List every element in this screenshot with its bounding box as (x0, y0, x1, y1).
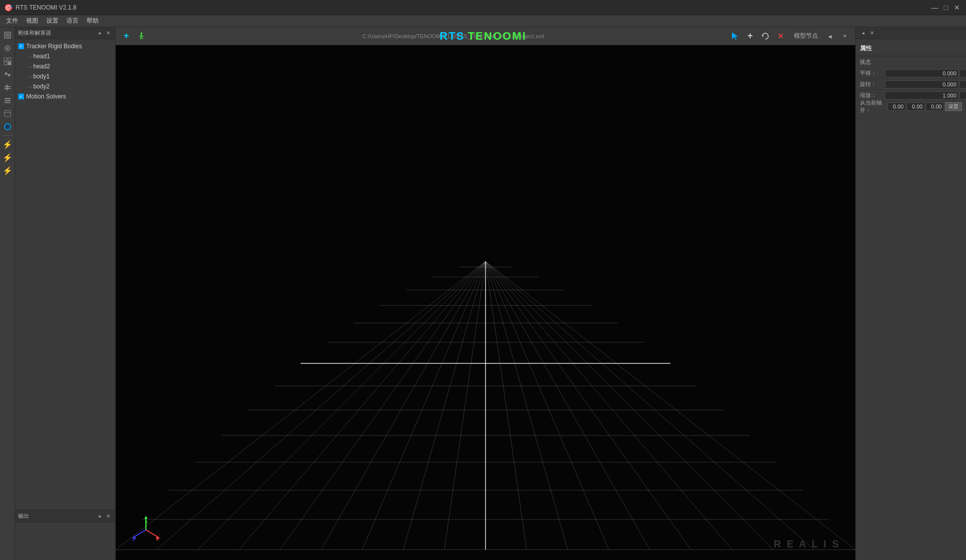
toolbar-icon-2[interactable] (2, 42, 14, 54)
translate-values (885, 69, 966, 77)
translate-x[interactable] (885, 69, 958, 77)
pose-button[interactable] (135, 30, 148, 43)
right-panel-expand[interactable]: ◂ (859, 29, 867, 37)
tree-item-motion-solvers[interactable]: ✓ Motion Solvers (15, 91, 115, 102)
toolbar-icon-anim[interactable]: ⚡ (2, 164, 14, 176)
add-object-button[interactable]: + (120, 30, 133, 43)
scale-y[interactable] (959, 91, 966, 100)
toolbar-icon-rig[interactable]: ⚡ (2, 151, 14, 163)
tree-panel-expand[interactable]: ◂ (95, 29, 103, 37)
rotate-button[interactable] (759, 30, 772, 43)
svg-rect-14 (5, 98, 11, 99)
axis-from-x[interactable] (888, 103, 906, 111)
toolbar-icon-5[interactable] (2, 81, 14, 94)
tree-checkbox-tracker[interactable]: ✓ (18, 43, 24, 49)
axis-from-y[interactable] (907, 103, 925, 111)
output-panel-close[interactable]: ✕ (104, 512, 112, 520)
menu-item-设置[interactable]: 设置 (42, 16, 62, 26)
title-bar-controls: — □ ✕ (930, 3, 962, 13)
cursor-tool-button[interactable] (729, 30, 742, 43)
close-right-button[interactable]: ✕ (838, 30, 851, 43)
cross-button[interactable]: ✕ (774, 30, 787, 43)
tree-item-head2[interactable]: head2 (15, 61, 115, 71)
right-panel-header: ◂ ✕ (856, 27, 966, 39)
tree-label-motion-solvers: Motion Solvers (26, 93, 66, 100)
svg-line-25 (141, 37, 143, 39)
tree-label-body1: body1 (33, 73, 50, 80)
axis-set-button[interactable]: 设置 (945, 102, 962, 111)
branch-line-body1 (27, 74, 33, 79)
svg-line-24 (140, 37, 142, 39)
close-button[interactable]: ✕ (952, 3, 962, 13)
axis-from-values (888, 103, 944, 111)
viewport-toolbar-left: + (120, 30, 148, 43)
scale-x[interactable] (885, 91, 958, 100)
title-bar-left: 🎯 RTS TENOOMI V2.1.8 (4, 4, 76, 12)
tree-label-tracker: Tracker Rigid Bodies (26, 43, 82, 50)
svg-rect-1 (6, 33, 10, 37)
tree-item-tracker-rigid-bodies[interactable]: ✓ Tracker Rigid Bodies (15, 41, 115, 51)
menu-item-视图[interactable]: 视图 (22, 16, 42, 26)
tree-label-head2: head2 (33, 63, 50, 70)
rotate-y[interactable] (959, 80, 966, 88)
svg-rect-17 (5, 111, 11, 117)
svg-point-19 (5, 124, 11, 130)
grid-canvas (116, 45, 855, 560)
tree-item-body1[interactable]: body1 (15, 71, 115, 81)
svg-marker-27 (762, 35, 764, 37)
toolbar-icon-4[interactable] (2, 68, 14, 80)
output-panel: 输出 ◂ ✕ (15, 510, 115, 560)
tree-panel-title: 刚体和解算器 (18, 29, 51, 37)
minimize-button[interactable]: — (930, 3, 940, 13)
maximize-button[interactable]: □ (941, 3, 951, 13)
tree-panel-close[interactable]: ✕ (104, 29, 112, 37)
svg-rect-6 (4, 62, 7, 65)
svg-rect-4 (4, 58, 7, 61)
svg-rect-9 (5, 72, 7, 74)
output-panel-expand[interactable]: ◂ (95, 512, 103, 520)
rotate-x[interactable] (885, 80, 958, 88)
viewport-toolbar: + RTS TENOOMI C:/Users/ (116, 27, 855, 45)
title-bar-title: RTS TENOOMI V2.1.8 (16, 4, 76, 11)
expand-right-button[interactable]: ◂ (823, 30, 836, 43)
rotate-row: 旋转： (856, 79, 966, 90)
app-title-tenoomi: TENOOMI (468, 30, 527, 43)
translate-y[interactable] (959, 69, 966, 77)
menu-item-语言[interactable]: 语言 (62, 16, 83, 26)
menu-item-帮助[interactable]: 帮助 (83, 16, 103, 26)
viewport-3d[interactable]: Y X Z R E A L I S (116, 45, 855, 560)
toolbar-icon-7[interactable] (2, 108, 14, 120)
menu-bar: 文件视图设置语言帮助 (0, 15, 966, 27)
output-content (15, 522, 115, 526)
rotate-label: 旋转： (860, 80, 885, 88)
axis-from-row: 从当前轴开： 设置 (856, 101, 966, 112)
scale-label: 缩放： (860, 91, 885, 99)
axis-from-label: 从当前轴开： (860, 99, 888, 114)
tree-item-head1[interactable]: head1 (15, 51, 115, 61)
scale-values (885, 91, 966, 100)
menu-item-文件[interactable]: 文件 (2, 16, 22, 26)
axis-from-z[interactable] (926, 103, 944, 111)
toolbar-icon-8[interactable] (2, 121, 14, 133)
properties-header: 属性 (856, 41, 966, 56)
toolbar-icon-grid[interactable] (2, 55, 14, 67)
rotate-values (885, 80, 966, 88)
title-bar: 🎯 RTS TENOOMI V2.1.8 — □ ✕ (0, 0, 966, 15)
toolbar-icon-select[interactable] (2, 29, 14, 41)
toolbar-icon-pose[interactable]: ⚡ (2, 138, 14, 150)
svg-marker-26 (732, 32, 738, 40)
svg-point-20 (140, 32, 142, 34)
branch-line-body2 (27, 84, 33, 89)
tree-panel: 刚体和解算器 ◂ ✕ ✓ Tracker Rigid Bodies head1 (15, 27, 116, 510)
tree-item-body2[interactable]: body2 (15, 81, 115, 91)
state-section-header: 状态 (856, 56, 966, 68)
branch-line-head1 (27, 54, 33, 59)
tree-panel-header: 刚体和解算器 ◂ ✕ (15, 27, 115, 39)
toolbar-icon-6[interactable] (2, 95, 14, 107)
model-node-label: 模型节点 (794, 32, 818, 40)
svg-rect-5 (8, 58, 11, 61)
right-panel-close[interactable]: ✕ (868, 29, 876, 37)
viewport-toolbar-right: + ✕ 模型节点 ◂ ✕ (729, 30, 851, 43)
add-node-button[interactable]: + (744, 30, 757, 43)
tree-checkbox-motion[interactable]: ✓ (18, 94, 24, 100)
